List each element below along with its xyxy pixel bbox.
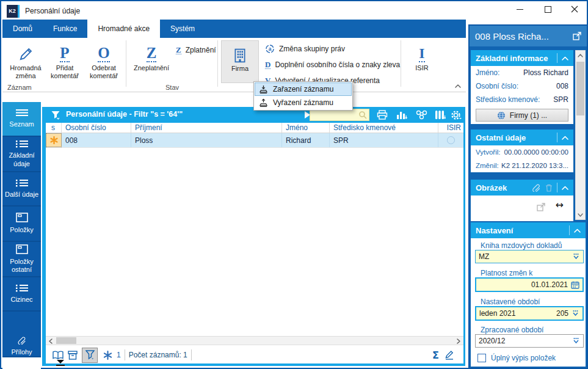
firmy-button[interactable]: Firmy (1) ... — [476, 109, 568, 122]
dropdown-icon[interactable] — [572, 337, 580, 345]
cell-osobni-cislo[interactable]: 008 — [62, 133, 131, 147]
platnost-label: Platnost změn k — [481, 269, 532, 277]
columns-button[interactable] — [433, 109, 448, 120]
scrollbar-thumb[interactable] — [576, 62, 584, 115]
scroll-down-button[interactable] — [576, 210, 585, 219]
scroll-right-icon[interactable] — [457, 338, 460, 344]
sidebar-more-button[interactable] — [55, 358, 66, 369]
filter-toggle-button[interactable] — [82, 348, 98, 363]
sidebar-item-cizinec[interactable]: Cizinec — [2, 277, 41, 312]
column-header-stredisko[interactable]: Středisko kmenové — [330, 123, 438, 133]
isir-button[interactable]: I ISIR — [405, 40, 438, 83]
column-header-isir[interactable]: ISIR — [438, 123, 463, 133]
settings-gear-button[interactable] — [449, 109, 463, 120]
dropdown-icon[interactable] — [572, 310, 579, 317]
column-header-s[interactable]: s — [46, 123, 62, 133]
zneplatneni-button[interactable]: Z Zneplatnění — [129, 40, 173, 83]
zpracovane-combo[interactable]: 2020/12 — [475, 334, 584, 348]
section-title: Nastavení — [476, 226, 565, 235]
calendar-icon[interactable] — [571, 281, 579, 289]
divider — [557, 133, 557, 142]
collapse-chevron-icon[interactable] — [574, 228, 581, 233]
open-image-icon[interactable] — [537, 203, 545, 211]
upln-vypis-checkbox-row[interactable]: Úplný výpis položek — [477, 354, 556, 362]
firma-label: Firma — [231, 65, 249, 73]
menu-item-zarazeni-zaznamu[interactable]: Zařazení záznamu — [255, 82, 352, 96]
maximize-button[interactable] — [537, 1, 558, 17]
column-header-prijmeni[interactable]: Příjmení — [131, 123, 282, 133]
search-input[interactable] — [310, 109, 369, 121]
checkbox-label: Úplný výpis položek — [491, 354, 556, 362]
ribbon-separator — [401, 40, 401, 87]
print-button[interactable] — [375, 109, 390, 120]
ribbon-collapse-button[interactable] — [453, 82, 463, 90]
checkbox[interactable] — [477, 354, 486, 362]
zmena-skupiny-prav-button[interactable]: a Změna skupiny práv — [265, 42, 345, 56]
sidebar-item-label: Seznam — [9, 120, 34, 128]
collapse-chevron-icon[interactable] — [562, 136, 568, 140]
resize-width-icon[interactable]: ↔ — [556, 199, 564, 211]
sidebar-item-seznam[interactable]: Seznam — [2, 102, 41, 137]
sum-button[interactable]: Σ — [432, 349, 439, 361]
panel-scrollbar[interactable] — [575, 50, 586, 220]
firma-button[interactable]: Firma — [221, 40, 259, 83]
chart-button[interactable] — [394, 109, 409, 120]
pridat-komentar-button[interactable]: P Přidat komentář — [45, 40, 84, 83]
dropdown-icon[interactable] — [572, 253, 580, 260]
sidebar-item-polozky[interactable]: Položky — [2, 206, 41, 242]
detail-list-icon — [16, 179, 28, 187]
chevron-up-icon — [455, 84, 461, 88]
cell-stredisko[interactable]: SPR — [330, 133, 438, 147]
sidebar-item-label: Cizinec — [10, 296, 32, 304]
doplneni-cisla-button[interactable]: D Doplnění osobního čísla o znaky zleva — [265, 57, 400, 72]
collapse-chevron-icon[interactable] — [562, 186, 568, 190]
cell-jmeno[interactable]: Richard — [282, 133, 330, 147]
new-records-icon[interactable] — [100, 351, 115, 360]
cell-isir[interactable] — [438, 133, 463, 147]
section-header[interactable]: Obrázek — [471, 180, 573, 195]
obdobi-combo[interactable]: leden 2021 205 — [475, 306, 584, 321]
archive-view-button[interactable] — [65, 351, 80, 360]
tab-funkce[interactable]: Funkce — [43, 20, 87, 38]
horizontal-scrollbar[interactable] — [46, 336, 463, 345]
tab-system[interactable]: Systém — [160, 20, 205, 38]
column-header-osobni-cislo[interactable]: Osobní číslo — [62, 123, 131, 133]
odebrat-komentar-button[interactable]: O Odebrat komentář — [84, 40, 123, 83]
section-header[interactable]: Nastavení — [471, 222, 586, 238]
cell-prijmeni[interactable]: Ploss — [131, 133, 282, 147]
workflow-button[interactable] — [414, 109, 429, 120]
sidebar-item-zakladni-udaje[interactable]: Základní údaje — [2, 137, 41, 172]
zneplatneni-label: Zneplatnění — [134, 64, 169, 72]
row-status-cell[interactable] — [46, 133, 62, 147]
tab-hromadne-akce[interactable]: Hromadné akce — [87, 20, 160, 38]
zplatneni-button[interactable]: Z Zplatnění — [176, 43, 216, 57]
group-label-zaznam: Záznam — [7, 84, 32, 91]
scroll-up-button[interactable] — [576, 51, 585, 60]
delete-image-icon[interactable] — [545, 184, 553, 192]
tab-domu[interactable]: Domů — [2, 20, 43, 38]
hromadna-zmena-button[interactable]: Hromadná změna — [6, 40, 45, 83]
divider — [557, 53, 557, 63]
close-button[interactable] — [564, 1, 585, 17]
grid-row[interactable]: 008 Ploss Richard SPR — [46, 133, 463, 148]
menu-item-vyrazeni-zaznamu[interactable]: Vyřazení záznamu — [255, 96, 352, 109]
scrollbar-thumb[interactable] — [56, 337, 76, 344]
filter-funnel-icon[interactable] — [48, 109, 63, 120]
section-header[interactable]: Ostatní údaje — [471, 130, 573, 145]
section-header[interactable]: Základní informace — [471, 50, 573, 66]
context-dropdown-menu: Zařazení záznamu Vyřazení záznamu — [253, 81, 353, 111]
scroll-left-icon[interactable] — [49, 338, 53, 344]
sidebar-item-prilohy[interactable]: Přílohy — [2, 312, 41, 357]
sidebar-item-dalsi-udaje[interactable]: Další údaje — [2, 172, 41, 206]
minimize-button[interactable] — [509, 1, 530, 17]
kniha-combo[interactable]: MZ — [475, 250, 584, 263]
attach-image-icon[interactable] — [532, 183, 540, 192]
platnost-date-field[interactable]: 01.01.2021 — [475, 277, 584, 292]
sidebar-item-polozky-ostatni[interactable]: Položky ostatní — [2, 242, 41, 277]
column-header-jmeno[interactable]: Jméno — [282, 123, 330, 133]
collapse-chevron-icon[interactable] — [562, 56, 568, 60]
dropdown-item-label: Zařazení záznamu — [273, 85, 333, 93]
edit-pencil-button[interactable] — [439, 350, 460, 360]
open-external-icon[interactable] — [573, 32, 581, 40]
sidebar-item-label: Položky ostatní — [2, 258, 41, 274]
